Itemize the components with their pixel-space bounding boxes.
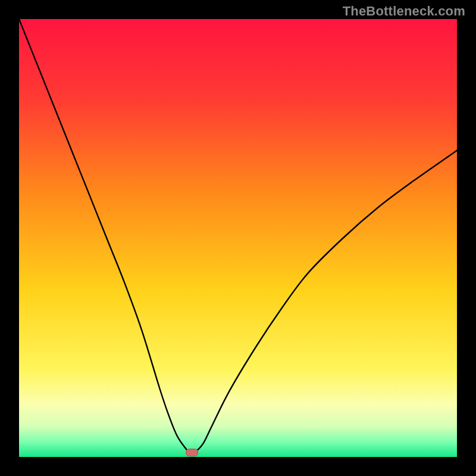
optimum-marker [186,449,198,456]
watermark-text: TheBottleneck.com [343,4,465,19]
chart-frame: TheBottleneck.com [0,0,476,476]
bottleneck-curve [19,19,457,457]
plot-area [19,19,457,457]
